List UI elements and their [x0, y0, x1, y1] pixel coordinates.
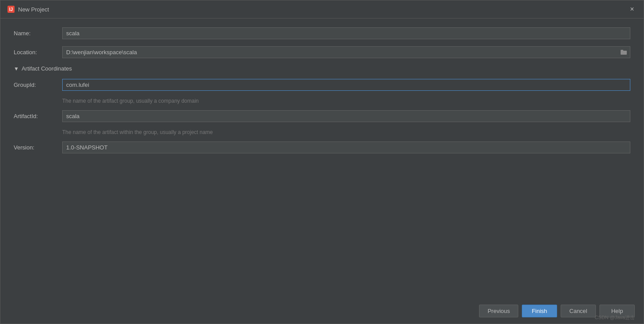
finish-button[interactable]: Finish: [522, 305, 557, 317]
previous-button[interactable]: Previous: [479, 305, 518, 317]
version-input[interactable]: [62, 142, 630, 153]
version-label: Version:: [14, 144, 62, 151]
dialog-content: Name: Location:: [0, 19, 644, 298]
cancel-button[interactable]: Cancel: [561, 305, 596, 317]
svg-rect-1: [621, 50, 623, 51]
app-icon: IJ: [7, 6, 15, 13]
close-button[interactable]: ×: [628, 5, 637, 14]
group-id-hint: The name of the artifact group, usually …: [62, 98, 630, 104]
name-label: Name:: [14, 30, 62, 37]
artifact-id-input[interactable]: [62, 110, 630, 122]
new-project-dialog: IJ New Project × Name: Location:: [0, 0, 644, 324]
artifact-coordinates-label: Artifact Coordinates: [22, 65, 72, 72]
artifact-id-hint: The name of the artifact within the grou…: [62, 129, 630, 135]
location-input-wrapper: [62, 46, 630, 58]
version-row: Version:: [14, 142, 630, 153]
artifact-id-label: ArtifactId:: [14, 113, 62, 119]
title-bar: IJ New Project ×: [0, 0, 644, 19]
dialog-title: New Project: [18, 6, 49, 13]
group-id-row: GroupId:: [14, 79, 630, 91]
collapse-arrow[interactable]: ▼: [14, 66, 19, 72]
location-row: Location:: [14, 46, 630, 58]
watermark: CSDN @Java进击: [595, 314, 635, 321]
title-bar-left: IJ New Project: [7, 6, 49, 13]
artifact-id-input-wrapper: [62, 110, 630, 122]
name-row: Name:: [14, 27, 630, 39]
dialog-overlay: IJ New Project × Name: Location:: [0, 0, 644, 324]
name-input[interactable]: [62, 27, 630, 39]
version-input-wrapper: [62, 142, 630, 153]
group-id-label: GroupId:: [14, 82, 62, 88]
group-id-input[interactable]: [62, 79, 630, 91]
dialog-footer: Previous Finish Cancel Help CSDN @Java进击: [0, 298, 644, 324]
location-input[interactable]: [62, 46, 630, 58]
artifact-coordinates-section: ▼ Artifact Coordinates: [14, 65, 630, 72]
svg-rect-0: [621, 51, 627, 55]
artifact-id-row: ArtifactId:: [14, 110, 630, 122]
name-input-wrapper: [62, 27, 630, 39]
group-id-input-wrapper: [62, 79, 630, 91]
location-label: Location:: [14, 49, 62, 56]
browse-folder-button[interactable]: [619, 48, 629, 57]
